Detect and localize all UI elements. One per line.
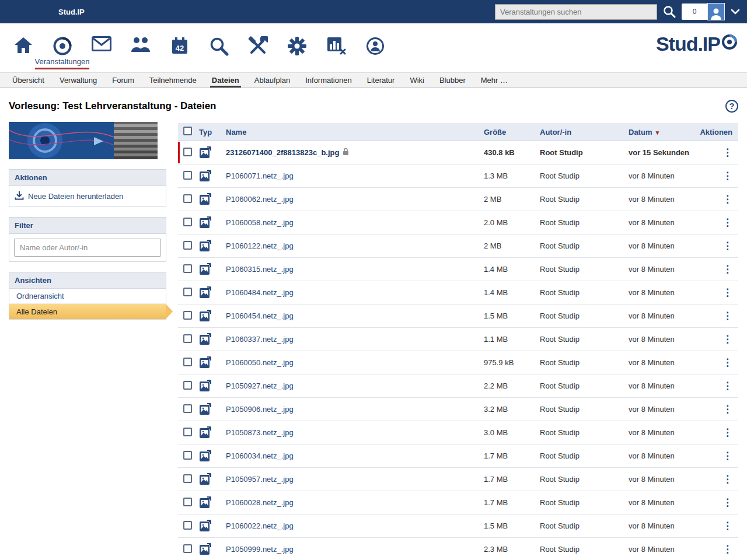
header-typ[interactable]: Typ bbox=[199, 128, 226, 136]
tab[interactable]: Wiki bbox=[402, 73, 432, 88]
header-size[interactable]: Größe bbox=[484, 128, 540, 136]
filter-input[interactable] bbox=[14, 239, 161, 257]
image-file-icon[interactable] bbox=[199, 518, 212, 533]
tab[interactable]: Literatur bbox=[359, 73, 403, 88]
row-checkbox[interactable] bbox=[183, 498, 192, 506]
oer-campus-icon[interactable] bbox=[355, 23, 395, 56]
image-file-icon[interactable] bbox=[199, 355, 212, 369]
tab[interactable]: Übersicht bbox=[5, 73, 52, 88]
search-icon[interactable] bbox=[663, 5, 676, 18]
image-file-icon[interactable] bbox=[199, 168, 212, 183]
file-name-link[interactable]: P1050873.netz_.jpg bbox=[226, 428, 294, 437]
image-file-icon[interactable] bbox=[199, 145, 212, 159]
image-file-icon[interactable] bbox=[199, 425, 212, 439]
file-name-link[interactable]: P1060484.netz_.jpg bbox=[226, 288, 294, 297]
global-search-icon[interactable] bbox=[199, 23, 238, 56]
tab[interactable]: Forum bbox=[104, 73, 142, 88]
row-actions-menu-icon[interactable] bbox=[722, 381, 732, 391]
file-name-link[interactable]: P1060454.netz_.jpg bbox=[226, 312, 294, 320]
row-actions-menu-icon[interactable] bbox=[722, 218, 732, 228]
help-icon[interactable] bbox=[725, 100, 738, 113]
row-checkbox[interactable] bbox=[183, 194, 192, 203]
tab[interactable]: Informationen bbox=[298, 73, 359, 88]
image-file-icon[interactable] bbox=[199, 331, 212, 346]
tab[interactable]: Teilnehmende bbox=[142, 73, 204, 88]
notification-counter[interactable]: 0 bbox=[682, 4, 707, 20]
row-actions-menu-icon[interactable] bbox=[722, 334, 732, 344]
community-icon[interactable] bbox=[121, 23, 160, 52]
row-checkbox[interactable] bbox=[183, 264, 192, 273]
image-file-icon[interactable] bbox=[199, 378, 212, 393]
file-name-link[interactable]: P1060122.netz_.jpg bbox=[226, 242, 294, 250]
row-checkbox[interactable] bbox=[183, 474, 192, 483]
tab[interactable]: Verwaltung bbox=[52, 73, 104, 88]
row-actions-menu-icon[interactable] bbox=[722, 171, 732, 181]
messages-icon[interactable] bbox=[82, 23, 121, 51]
select-all-checkbox[interactable] bbox=[183, 127, 192, 135]
file-name-link[interactable]: P1060071.netz_.jpg bbox=[226, 172, 294, 180]
view-option[interactable]: Alle Dateien bbox=[9, 304, 166, 319]
row-actions-menu-icon[interactable] bbox=[722, 451, 732, 461]
row-actions-menu-icon[interactable] bbox=[722, 404, 732, 414]
file-name-link[interactable]: P1060034.netz_.jpg bbox=[226, 452, 294, 460]
calendar-icon[interactable]: 42 bbox=[160, 23, 199, 55]
avatar[interactable] bbox=[707, 3, 725, 20]
image-file-icon[interactable] bbox=[199, 238, 212, 253]
image-file-icon[interactable] bbox=[199, 261, 212, 276]
row-actions-menu-icon[interactable] bbox=[722, 311, 732, 321]
file-name-link[interactable]: P1050957.netz_.jpg bbox=[226, 475, 294, 484]
row-checkbox[interactable] bbox=[183, 311, 192, 320]
row-actions-menu-icon[interactable] bbox=[722, 428, 732, 438]
file-name-link[interactable]: 23126071400_2f8813823c_b.jpg bbox=[226, 148, 339, 157]
row-checkbox[interactable] bbox=[183, 148, 192, 156]
image-file-icon[interactable] bbox=[199, 308, 212, 323]
row-checkbox[interactable] bbox=[183, 288, 192, 296]
row-actions-menu-icon[interactable] bbox=[722, 194, 732, 204]
download-new-files-link[interactable]: Neue Dateien herunterladen bbox=[9, 186, 166, 206]
row-actions-menu-icon[interactable] bbox=[722, 358, 732, 368]
row-actions-menu-icon[interactable] bbox=[722, 521, 732, 531]
file-name-link[interactable]: P1060315.netz_.jpg bbox=[226, 265, 294, 274]
tab[interactable]: Mehr … bbox=[473, 73, 515, 88]
chevron-down-icon[interactable] bbox=[731, 9, 740, 15]
file-name-link[interactable]: P1050906.netz_.jpg bbox=[226, 405, 294, 414]
row-actions-menu-icon[interactable] bbox=[722, 288, 732, 298]
image-file-icon[interactable] bbox=[199, 191, 212, 206]
row-checkbox[interactable] bbox=[183, 241, 192, 250]
image-file-icon[interactable] bbox=[199, 401, 212, 416]
image-file-icon[interactable] bbox=[199, 215, 212, 229]
row-checkbox[interactable] bbox=[183, 428, 192, 436]
row-checkbox[interactable] bbox=[183, 451, 192, 460]
header-date[interactable]: Datum bbox=[629, 128, 700, 136]
row-checkbox[interactable] bbox=[183, 358, 192, 366]
row-actions-menu-icon[interactable] bbox=[722, 264, 732, 274]
row-checkbox[interactable] bbox=[183, 544, 192, 553]
row-checkbox[interactable] bbox=[183, 218, 192, 226]
home-icon[interactable] bbox=[4, 23, 43, 54]
row-actions-menu-icon[interactable] bbox=[722, 474, 732, 484]
header-author[interactable]: Autor/-in bbox=[540, 128, 629, 136]
image-file-icon[interactable] bbox=[199, 448, 212, 463]
file-name-link[interactable]: P1060022.netz_.jpg bbox=[226, 522, 294, 530]
file-name-link[interactable]: P1050999.netz_.jpg bbox=[226, 545, 294, 554]
file-name-link[interactable]: P1060028.netz_.jpg bbox=[226, 498, 294, 507]
admin-gear-icon[interactable] bbox=[277, 23, 316, 56]
file-name-link[interactable]: P1060337.netz_.jpg bbox=[226, 335, 294, 344]
tab[interactable]: Ablaufplan bbox=[247, 73, 298, 88]
row-actions-menu-icon[interactable] bbox=[722, 241, 732, 251]
evaluation-icon[interactable] bbox=[316, 23, 355, 55]
view-option[interactable]: Ordneransicht bbox=[9, 289, 166, 304]
file-name-link[interactable]: P1050927.netz_.jpg bbox=[226, 382, 294, 390]
row-checkbox[interactable] bbox=[183, 521, 192, 530]
file-name-link[interactable]: P1060062.netz_.jpg bbox=[226, 195, 294, 204]
row-actions-menu-icon[interactable] bbox=[722, 544, 732, 554]
row-checkbox[interactable] bbox=[183, 404, 192, 413]
row-actions-menu-icon[interactable] bbox=[722, 148, 732, 158]
tab[interactable]: Blubber bbox=[432, 73, 473, 88]
tools-icon[interactable] bbox=[238, 23, 277, 56]
file-name-link[interactable]: P1060050.netz_.jpg bbox=[226, 358, 294, 367]
row-checkbox[interactable] bbox=[183, 381, 192, 390]
row-actions-menu-icon[interactable] bbox=[722, 498, 732, 508]
tab[interactable]: Dateien bbox=[204, 73, 247, 88]
row-checkbox[interactable] bbox=[183, 171, 192, 180]
